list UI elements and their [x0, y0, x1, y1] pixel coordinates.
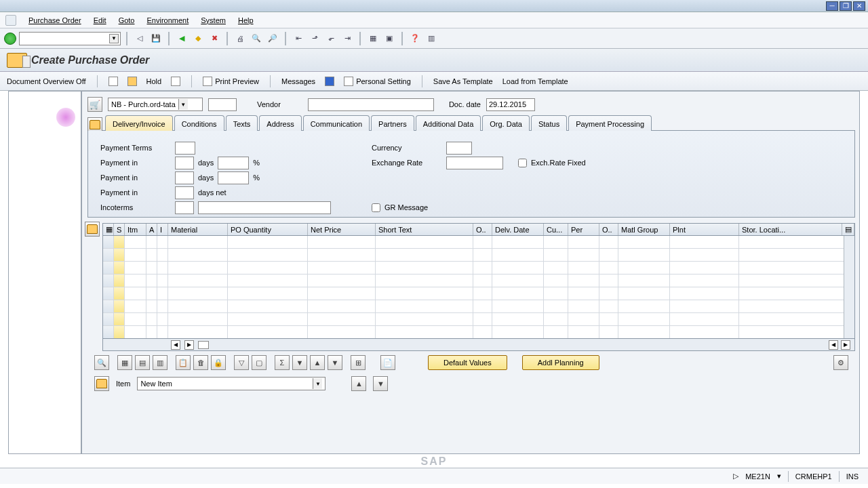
- payment-in-2-days[interactable]: [175, 171, 194, 184]
- load-from-template-button[interactable]: Load from Template: [502, 77, 568, 85]
- save-icon[interactable]: 💾: [149, 32, 163, 45]
- app-menu-icon[interactable]: [5, 15, 16, 26]
- currency-input[interactable]: [446, 142, 472, 155]
- table-row[interactable]: [103, 274, 854, 287]
- tab-org-data[interactable]: Org. Data: [482, 115, 530, 131]
- col-po-qty[interactable]: PO Quantity: [228, 224, 308, 235]
- sort-asc-icon[interactable]: ▲: [310, 355, 325, 370]
- select-all-icon[interactable]: ▦: [117, 355, 132, 370]
- exch-rate-fixed-checkbox[interactable]: [518, 159, 527, 167]
- item-detail-expand[interactable]: [94, 376, 109, 391]
- help-icon[interactable]: ❓: [408, 32, 422, 45]
- incoterms-text-input[interactable]: [198, 201, 331, 214]
- col-itm[interactable]: Itm: [125, 224, 146, 235]
- minimize-button[interactable]: ─: [826, 1, 838, 11]
- grid-layout-icon[interactable]: ▥: [153, 355, 167, 370]
- restore-button[interactable]: ❐: [840, 1, 852, 11]
- col-matl-group[interactable]: Matl Group: [618, 224, 670, 235]
- personal-setting-button[interactable]: Personal Setting: [344, 77, 411, 86]
- exchange-rate-input[interactable]: [446, 157, 503, 169]
- create-icon[interactable]: [108, 77, 118, 86]
- payment-terms-input[interactable]: [175, 142, 195, 155]
- hscroll-left2-icon[interactable]: ◀: [829, 340, 838, 350]
- table-row[interactable]: [103, 313, 854, 326]
- filter-icon[interactable]: ▽: [234, 355, 249, 370]
- table-row[interactable]: [103, 262, 854, 274]
- hscroll-right2-icon[interactable]: ▶: [841, 340, 850, 350]
- shortcut-icon[interactable]: ▣: [382, 32, 396, 45]
- header-expand-button[interactable]: 🛒: [87, 97, 102, 112]
- exit-icon[interactable]: ◆: [191, 32, 205, 45]
- table-row[interactable]: [103, 287, 854, 300]
- payment-in-3-days[interactable]: [175, 186, 194, 199]
- subtotal-icon[interactable]: Σ: [275, 355, 290, 370]
- grid-vscroll[interactable]: [844, 236, 854, 338]
- prev-page-icon[interactable]: ⬏: [308, 32, 321, 45]
- col-cu[interactable]: Cu...: [544, 224, 568, 235]
- copy-item-icon[interactable]: 📋: [176, 355, 191, 370]
- deselect-all-icon[interactable]: ▤: [135, 355, 150, 370]
- incoterms-code-input[interactable]: [175, 201, 194, 214]
- col-per[interactable]: Per: [568, 224, 599, 235]
- col-i[interactable]: I: [157, 224, 168, 235]
- col-net-price[interactable]: Net Price: [308, 224, 376, 235]
- first-page-icon[interactable]: ⇤: [292, 32, 305, 45]
- create-session-icon[interactable]: ▦: [366, 32, 380, 45]
- po-number-input[interactable]: [208, 98, 237, 111]
- menu-environment[interactable]: Environment: [146, 16, 189, 24]
- menu-edit[interactable]: Edit: [94, 16, 106, 24]
- lock-icon[interactable]: 🔒: [211, 355, 226, 370]
- col-config-icon[interactable]: ▤: [842, 224, 854, 235]
- delete-item-icon[interactable]: 🗑: [193, 355, 208, 370]
- table-row[interactable]: [103, 326, 854, 339]
- messages-button[interactable]: Messages: [281, 77, 315, 85]
- info-icon[interactable]: [325, 77, 334, 86]
- col-a[interactable]: A: [146, 224, 157, 235]
- col-material[interactable]: Material: [168, 224, 228, 235]
- menu-system[interactable]: System: [201, 16, 226, 24]
- tab-partners[interactable]: Partners: [371, 115, 414, 131]
- text-icon[interactable]: 📄: [380, 355, 395, 370]
- payment-in-1-days[interactable]: [175, 157, 194, 169]
- tab-payment-processing[interactable]: Payment Processing: [568, 115, 652, 131]
- tab-texts[interactable]: Texts: [226, 115, 258, 131]
- menu-goto[interactable]: Goto: [119, 16, 135, 24]
- grid-hscroll-bar[interactable]: ◀ ▶ ◀ ▶: [102, 339, 855, 351]
- tab-communication[interactable]: Communication: [303, 115, 370, 131]
- col-short-text[interactable]: Short Text: [376, 224, 473, 235]
- sort-icon[interactable]: ▢: [252, 355, 267, 370]
- back-green-icon[interactable]: ◀: [175, 32, 189, 45]
- menu-help[interactable]: Help: [238, 16, 254, 24]
- command-field[interactable]: ▼: [19, 32, 121, 45]
- addl-planning-button[interactable]: Addl Planning: [522, 355, 599, 370]
- payment-in-2-pct[interactable]: [218, 171, 249, 184]
- table-row[interactable]: [103, 300, 854, 313]
- col-plnt[interactable]: Plnt: [670, 224, 739, 235]
- doc-overview-toggle[interactable]: Document Overview Off: [7, 77, 86, 85]
- item-overview-toggle[interactable]: [85, 222, 100, 237]
- gr-message-checkbox[interactable]: [372, 203, 380, 212]
- hold-button[interactable]: Hold: [146, 77, 162, 85]
- layout-icon[interactable]: ▥: [425, 32, 438, 45]
- check-icon[interactable]: [171, 77, 180, 86]
- table-row[interactable]: [103, 236, 854, 249]
- col-s[interactable]: S: [114, 224, 125, 235]
- hscroll-left-icon[interactable]: ◀: [171, 340, 180, 350]
- tab-delivery-invoice[interactable]: Delivery/Invoice: [105, 115, 173, 131]
- expand-icon[interactable]: ⊞: [351, 355, 366, 370]
- col-o2[interactable]: O..: [599, 224, 618, 235]
- col-select-all[interactable]: ▦: [103, 224, 114, 235]
- table-row[interactable]: [103, 249, 854, 262]
- save-as-template-button[interactable]: Save As Template: [433, 77, 493, 85]
- last-page-icon[interactable]: ⇥: [340, 32, 354, 45]
- next-page-icon[interactable]: ⬐: [324, 32, 338, 45]
- item-select[interactable]: New Item ▼: [137, 377, 326, 390]
- default-values-button[interactable]: Default Values: [428, 355, 507, 370]
- print-preview-button[interactable]: Print Preview: [203, 77, 259, 86]
- hscroll-thumb[interactable]: [198, 341, 209, 349]
- col-delv-date[interactable]: Delv. Date: [492, 224, 544, 235]
- other-po-icon[interactable]: [127, 77, 137, 86]
- payment-in-1-pct[interactable]: [218, 157, 249, 169]
- header-tabs-toggle[interactable]: [87, 117, 102, 132]
- close-button[interactable]: ✕: [853, 1, 865, 11]
